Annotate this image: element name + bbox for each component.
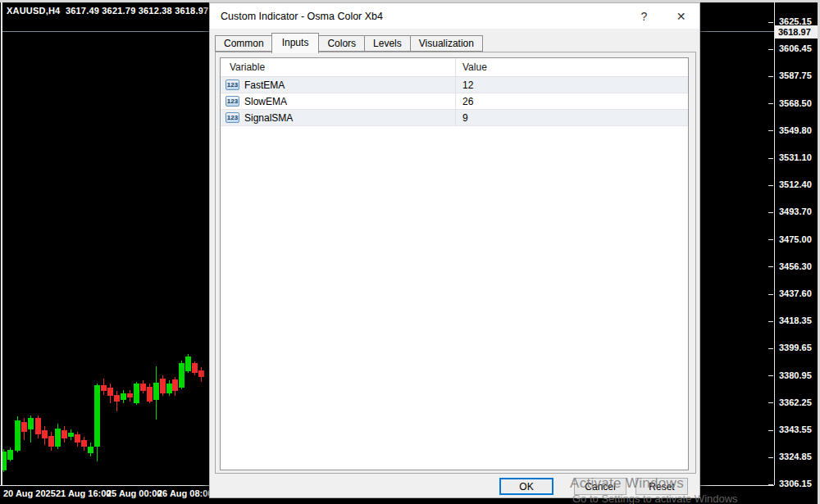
variable-cell: 123 SlowEMA <box>221 93 456 109</box>
value-cell[interactable]: 12 <box>456 77 688 93</box>
time-label: 20 Aug 2025 <box>3 488 56 498</box>
table-header-row: Variable Value <box>221 58 688 77</box>
ok-button[interactable]: OK <box>499 478 554 495</box>
question-icon: ? <box>641 10 648 23</box>
time-label: 21 Aug 16:00 <box>56 488 111 498</box>
table-row-slowema[interactable]: 123 SlowEMA 26 <box>221 93 688 110</box>
close-button[interactable]: ✕ <box>663 3 699 29</box>
table-row-fastema[interactable]: 123 FastEMA 12 <box>221 77 688 93</box>
value-cell[interactable]: 9 <box>456 110 688 125</box>
variable-name: SignalSMA <box>244 112 293 124</box>
help-button[interactable]: ? <box>626 3 663 29</box>
variable-name: FastEMA <box>244 79 285 91</box>
variable-cell: 123 SignalSMA <box>221 110 456 125</box>
time-label: 26 Aug 08:00 <box>157 488 212 498</box>
numeric-type-icon: 123 <box>226 112 239 123</box>
activate-windows-watermark-subtext: Go to Settings to activate Windows <box>572 493 738 504</box>
tab-strip: Common Inputs Colors Levels Visualizatio… <box>215 34 483 52</box>
mt4-window: XAUUSD,H4 3617.49 3621.79 3612.38 3618.9… <box>0 0 820 504</box>
time-label: 25 Aug 00:00 <box>107 488 162 498</box>
tab-visualization[interactable]: Visualization <box>410 35 483 52</box>
tab-inputs[interactable]: Inputs <box>271 33 320 53</box>
numeric-type-icon: 123 <box>226 79 239 90</box>
value-cell[interactable]: 26 <box>456 93 688 109</box>
variable-cell: 123 FastEMA <box>221 77 456 93</box>
activate-windows-watermark: Activate Windows <box>570 475 684 492</box>
dialog-title: Custom Indicator - Osma Color Xb4 <box>210 11 626 22</box>
dialog-titlebar[interactable]: Custom Indicator - Osma Color Xb4 ? ✕ <box>210 3 699 29</box>
tab-common[interactable]: Common <box>215 35 272 52</box>
custom-indicator-dialog: Custom Indicator - Osma Color Xb4 ? ✕ Co… <box>209 2 700 498</box>
column-header-variable: Variable <box>221 58 456 76</box>
variable-name: SlowEMA <box>244 96 287 107</box>
window-top-edge <box>0 0 820 2</box>
tab-levels[interactable]: Levels <box>364 35 410 52</box>
tab-colors[interactable]: Colors <box>318 35 364 52</box>
numeric-type-icon: 123 <box>226 96 239 107</box>
table-row-signalsma[interactable]: 123 SignalSMA 9 <box>221 110 688 126</box>
close-icon: ✕ <box>676 10 686 23</box>
inputs-table: Variable Value 123 FastEMA 12 123 SlowEM… <box>220 57 689 470</box>
column-header-value: Value <box>456 58 688 76</box>
